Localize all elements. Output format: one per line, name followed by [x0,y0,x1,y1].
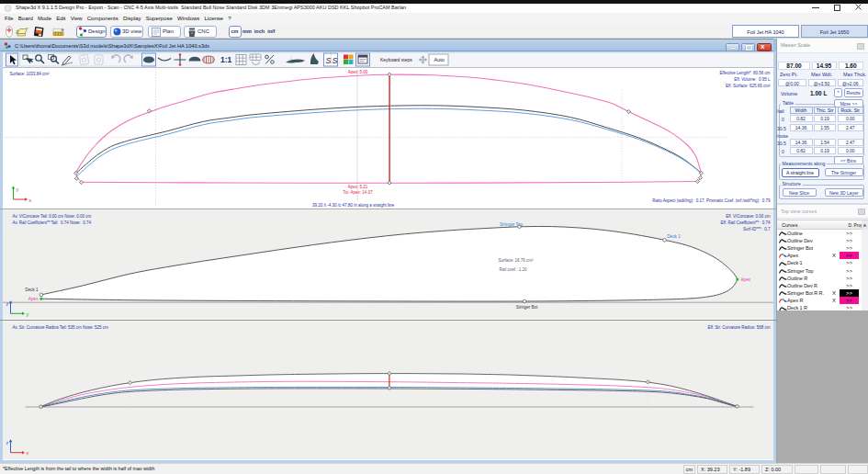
svg-text:Eff. Rail Coefficient**: 0.74: Eff. Rail Coefficient**: 0.74 [720,220,770,225]
svg-text:S: S [326,56,332,65]
svg-text:Rail coef.: 1.20: Rail coef.: 1.20 [499,267,526,272]
svg-text:Surface: 16.76 cm²: Surface: 16.76 cm² [498,258,533,263]
svg-text:Apex: 5.00: Apex: 5.00 [347,70,367,74]
svg-text:Av. Rail Coefficient** Tail:: Av. Rail Coefficient** Tail: 0.74 Nose: … [12,220,91,225]
svg-text:Stringer Top: Stringer Top [499,222,523,227]
svg-text:z: z [6,301,8,307]
svg-text:Eff. Str. Curvature Radius: 56: Eff. Str. Curvature Radius: 568 cm [707,325,770,330]
svg-text:Surface: 1033.84 cm²: Surface: 1033.84 cm² [9,72,50,76]
svg-text:Apex: Apex [28,297,38,301]
svg-text:y: y [16,186,18,192]
svg-text:Auto: Auto [434,57,445,62]
svg-text:1:1: 1:1 [220,55,232,64]
svg-text:Av. V/Concave Tail: 0.00 cm No: Av. V/Concave Tail: 0.00 cm Nose: 0.00 c… [12,214,91,219]
svg-text:z: z [6,440,8,446]
svg-text:S: S [333,56,338,65]
svg-text:Apex: Apex [740,277,750,282]
svg-text:Deck 1: Deck 1 [25,288,38,292]
svg-text:Keyboard steps: Keyboard steps [380,57,412,62]
svg-text:x: x [26,450,28,456]
svg-text:Tot. Apex: 14.07: Tot. Apex: 14.07 [343,190,373,195]
svg-text:Stringer Bot: Stringer Bot [515,305,537,310]
svg-text:Effective Length*: 80.56 cm: Effective Length*: 80.56 cm [719,71,770,75]
svg-text:Ratio Aspect (wdt/lng): 0.17,: Ratio Aspect (wdt/lng): 0.17, Prismatic … [652,198,771,203]
svg-text:39.20 /t -4.30 /c 47.80 /n alo: 39.20 /t -4.30 /c 47.80 /n along a strai… [311,203,394,208]
svg-text:Deck 1: Deck 1 [667,234,681,239]
svg-text:Surf-ID***: 0.7: Surf-ID***: 0.7 [743,227,771,231]
svg-text:Eff. V/Concave: 0.00 cm: Eff. V/Concave: 0.00 cm [726,214,771,219]
svg-text:x: x [28,198,31,203]
svg-text:y: y [26,311,28,317]
svg-text:Apex: 5.21: Apex: 5.21 [347,185,367,189]
svg-text:Eff. Volume: 0.95 L: Eff. Volume: 0.95 L [734,77,771,82]
svg-text:Av. Str. Curvature Radius Tail: Av. Str. Curvature Radius Tail: 535 cm N… [12,325,107,330]
svg-text:Eff. Surface: 625.66 cm²: Eff. Surface: 625.66 cm² [726,84,771,88]
